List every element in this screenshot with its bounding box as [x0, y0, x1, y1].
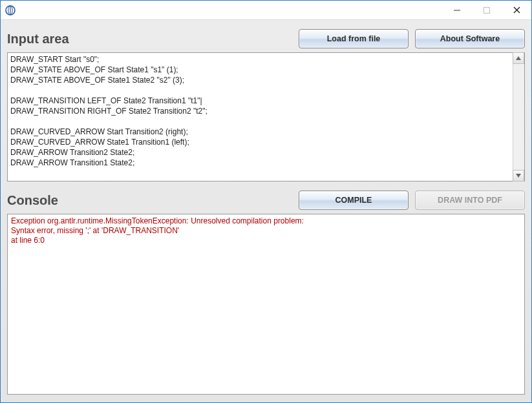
scroll-up-button[interactable] [513, 52, 524, 64]
app-window: Input area Load from file About Software… [0, 0, 532, 403]
about-software-button[interactable]: About Software [415, 29, 525, 48]
close-button[interactable] [502, 1, 531, 19]
input-scrollbar[interactable] [513, 53, 524, 181]
scroll-down-button[interactable] [513, 170, 524, 181]
load-from-file-button[interactable]: Load from file [299, 29, 409, 48]
svg-marker-7 [516, 56, 521, 60]
maximize-button[interactable] [472, 1, 502, 19]
titlebar[interactable] [1, 1, 531, 20]
input-header: Input area Load from file About Software [7, 29, 525, 48]
console-output-area: Exception org.antlr.runtime.MissingToken… [7, 214, 525, 395]
client-area: Input area Load from file About Software… [1, 20, 531, 402]
svg-marker-8 [516, 174, 521, 178]
draw-into-pdf-button: DRAW INTO PDF [415, 191, 525, 210]
input-textarea-wrap [7, 52, 525, 181]
compile-button[interactable]: COMPILE [299, 191, 409, 210]
svg-rect-4 [484, 7, 490, 13]
console-header: Console COMPILE DRAW INTO PDF [7, 191, 525, 210]
input-textarea[interactable] [8, 53, 513, 181]
minimize-button[interactable] [442, 1, 472, 19]
console-error-text: Exception org.antlr.runtime.MissingToken… [11, 216, 521, 245]
app-icon [5, 5, 16, 16]
console-title: Console [7, 193, 292, 208]
input-area-title: Input area [7, 32, 292, 46]
